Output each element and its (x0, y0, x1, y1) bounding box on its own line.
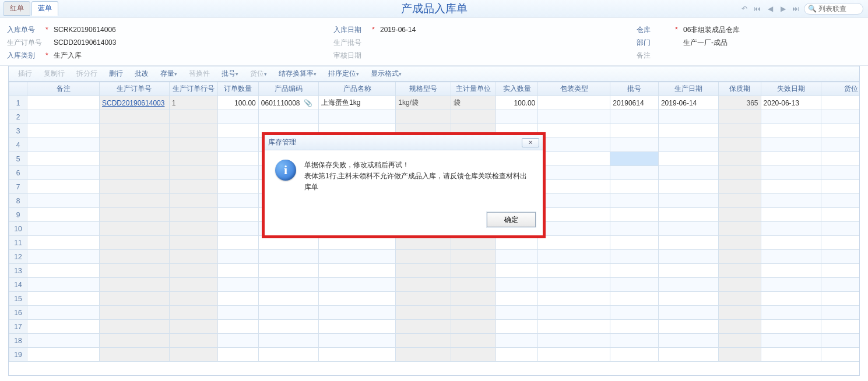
tb-loc: 货位 (244, 66, 273, 81)
modal-ok-button[interactable]: 确定 (487, 212, 536, 227)
col-ordqty[interactable]: 订单数量 (217, 82, 258, 96)
label-doctype: 入库类别 (7, 51, 42, 61)
search-icon: 🔍 (808, 5, 817, 13)
col-shelf[interactable]: 保质期 (719, 82, 761, 96)
col-pdate[interactable]: 生产日期 (658, 82, 718, 96)
tb-sort[interactable]: 排序定位 (322, 66, 365, 81)
col-batch[interactable]: 批号 (610, 82, 659, 96)
table-row[interactable]: 1SCDD201906140031100.000601110008 📎上海蛋鱼1… (9, 96, 860, 110)
label-auditdate: 审核日期 (333, 51, 368, 61)
undo-icon[interactable]: ↶ (740, 4, 749, 13)
modal-message: 单据保存失败，修改或稍后再试！ 表体第1行,主料未领料不允许做产成品入库，请反馈… (304, 160, 532, 203)
table-row[interactable]: 13 (9, 264, 860, 278)
label-orderno: 生产订单号 (7, 38, 42, 48)
table-row[interactable]: 15 (9, 292, 860, 306)
label-dept: 部门 (637, 38, 672, 48)
label-remark: 备注 (637, 51, 672, 61)
grid-toolbar: 插行 复制行 拆分行 删行 批改 存量 替换件 批号 货位 结存换算率 排序定位… (8, 66, 860, 81)
attachment-icon[interactable]: 📎 (304, 99, 312, 107)
modal-line1: 单据保存失败，修改或稍后再试！ (304, 160, 532, 171)
first-icon[interactable]: ⏮ (753, 4, 762, 13)
col-orderline[interactable]: 生产订单行号 (169, 82, 217, 96)
tab-red[interactable]: 红单 (3, 1, 30, 16)
col-loc[interactable]: 货位 (821, 82, 860, 96)
prev-icon[interactable]: ◀ (765, 4, 775, 13)
tb-stock[interactable]: 存量 (154, 66, 183, 81)
col-remark[interactable]: 备注 (27, 82, 100, 96)
modal-dialog: 库存管理 ✕ i 单据保存失败，修改或稍后再试！ 表体第1行,主料未领料不允许做… (262, 133, 545, 238)
value-orderno[interactable]: SCDD20190614003 (54, 38, 116, 47)
table-row[interactable]: 11 (9, 236, 860, 250)
col-exp[interactable]: 失效日期 (761, 82, 821, 96)
info-icon: i (275, 160, 296, 181)
search-input[interactable] (818, 5, 859, 13)
value-docdate[interactable]: 2019-06-14 (380, 26, 416, 34)
table-row[interactable]: 19 (9, 348, 860, 362)
col-pack[interactable]: 包装类型 (538, 82, 610, 96)
next-icon[interactable]: ▶ (778, 4, 788, 13)
page-title: 产成品入库单 (401, 1, 468, 16)
tb-disp[interactable]: 显示格式 (365, 66, 407, 81)
col-spec[interactable]: 规格型号 (396, 82, 451, 96)
form-area: 入库单号*SCRK20190614006 入库日期*2019-06-14 仓库*… (0, 17, 868, 66)
last-icon[interactable]: ⏭ (791, 4, 800, 13)
table-row[interactable]: 18 (9, 334, 860, 348)
col-order[interactable]: 生产订单号 (100, 82, 170, 96)
table-row[interactable]: 14 (9, 278, 860, 292)
tab-blue[interactable]: 蓝单 (31, 1, 58, 16)
label-batch: 生产批号 (333, 38, 368, 48)
tb-copy: 复制行 (38, 66, 71, 81)
table-row[interactable]: 2 (9, 110, 860, 124)
tb-split: 拆分行 (71, 66, 103, 81)
tb-replace: 替换件 (183, 66, 216, 81)
label-docdate: 入库日期 (333, 25, 368, 35)
modal-title: 库存管理 (268, 137, 296, 147)
col-uom[interactable]: 主计量单位 (451, 82, 496, 96)
modal-close-button[interactable]: ✕ (522, 138, 539, 147)
tb-lot[interactable]: 批号 (216, 66, 244, 81)
table-row[interactable]: 16 (9, 306, 860, 320)
value-doctype[interactable]: 生产入库 (54, 51, 82, 61)
label-docno: 入库单号 (7, 25, 42, 35)
table-row[interactable]: 17 (9, 320, 860, 334)
value-docno[interactable]: SCRK20190614006 (54, 26, 116, 34)
value-warehouse[interactable]: 06非组装成品仓库 (683, 25, 740, 35)
tb-del[interactable]: 删行 (103, 66, 129, 81)
modal-line2: 表体第1行,主料未领料不允许做产成品入库，请反馈仓库关联检查材料出库单 (304, 171, 532, 193)
col-name[interactable]: 产品名称 (319, 82, 396, 96)
tb-batch[interactable]: 批改 (129, 66, 154, 81)
label-warehouse: 仓库 (637, 25, 672, 35)
table-row[interactable]: 12 (9, 250, 860, 264)
search-box[interactable]: 🔍 (804, 3, 863, 15)
tb-insert: 插行 (12, 66, 38, 81)
value-dept[interactable]: 生产一厂-成品 (683, 38, 728, 48)
tb-conv[interactable]: 结存换算率 (273, 66, 322, 81)
col-code[interactable]: 产品编码 (258, 82, 318, 96)
grid-header: 备注 生产订单号 生产订单行号 订单数量 产品编码 产品名称 规格型号 主计量单… (9, 82, 860, 96)
order-link[interactable]: SCDD20190614003 (102, 99, 164, 107)
col-actual[interactable]: 实入数量 (496, 82, 537, 96)
